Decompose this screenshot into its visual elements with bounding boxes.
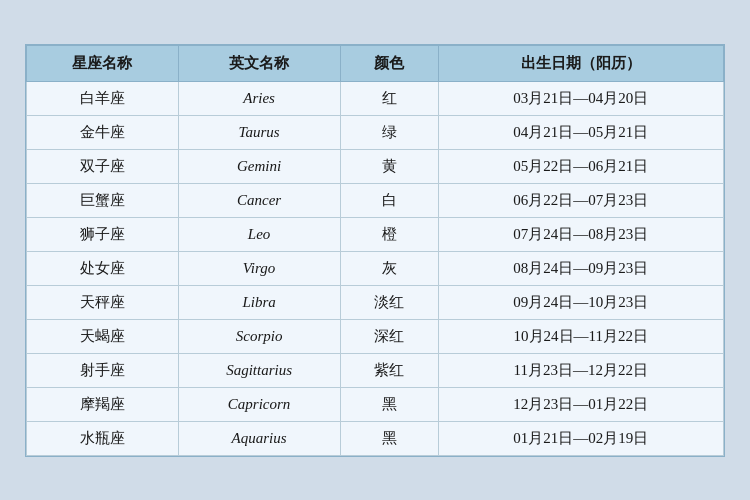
table-row: 金牛座Taurus绿04月21日—05月21日 (27, 115, 724, 149)
cell-chinese-name: 狮子座 (27, 217, 179, 251)
cell-dates: 01月21日—02月19日 (438, 421, 723, 455)
cell-english-name: Aquarius (178, 421, 340, 455)
cell-dates: 06月22日—07月23日 (438, 183, 723, 217)
table-row: 巨蟹座Cancer白06月22日—07月23日 (27, 183, 724, 217)
cell-dates: 05月22日—06月21日 (438, 149, 723, 183)
table-header-row: 星座名称 英文名称 颜色 出生日期（阳历） (27, 45, 724, 81)
cell-english-name: Scorpio (178, 319, 340, 353)
cell-chinese-name: 白羊座 (27, 81, 179, 115)
cell-color: 红 (340, 81, 438, 115)
cell-dates: 03月21日—04月20日 (438, 81, 723, 115)
header-dates: 出生日期（阳历） (438, 45, 723, 81)
cell-dates: 09月24日—10月23日 (438, 285, 723, 319)
cell-chinese-name: 天秤座 (27, 285, 179, 319)
table-body: 白羊座Aries红03月21日—04月20日金牛座Taurus绿04月21日—0… (27, 81, 724, 455)
cell-english-name: Capricorn (178, 387, 340, 421)
table-row: 射手座Sagittarius紫红11月23日—12月22日 (27, 353, 724, 387)
cell-color: 深红 (340, 319, 438, 353)
cell-chinese-name: 水瓶座 (27, 421, 179, 455)
header-color: 颜色 (340, 45, 438, 81)
cell-dates: 10月24日—11月22日 (438, 319, 723, 353)
cell-english-name: Cancer (178, 183, 340, 217)
cell-chinese-name: 金牛座 (27, 115, 179, 149)
cell-english-name: Taurus (178, 115, 340, 149)
zodiac-table-container: 星座名称 英文名称 颜色 出生日期（阳历） 白羊座Aries红03月21日—04… (25, 44, 725, 457)
cell-english-name: Gemini (178, 149, 340, 183)
table-row: 处女座Virgo灰08月24日—09月23日 (27, 251, 724, 285)
cell-color: 白 (340, 183, 438, 217)
cell-dates: 07月24日—08月23日 (438, 217, 723, 251)
header-chinese-name: 星座名称 (27, 45, 179, 81)
cell-chinese-name: 天蝎座 (27, 319, 179, 353)
cell-dates: 04月21日—05月21日 (438, 115, 723, 149)
cell-dates: 11月23日—12月22日 (438, 353, 723, 387)
table-row: 白羊座Aries红03月21日—04月20日 (27, 81, 724, 115)
cell-chinese-name: 处女座 (27, 251, 179, 285)
cell-color: 黑 (340, 421, 438, 455)
cell-english-name: Leo (178, 217, 340, 251)
table-row: 天蝎座Scorpio深红10月24日—11月22日 (27, 319, 724, 353)
table-row: 双子座Gemini黄05月22日—06月21日 (27, 149, 724, 183)
cell-english-name: Sagittarius (178, 353, 340, 387)
cell-color: 紫红 (340, 353, 438, 387)
table-row: 狮子座Leo橙07月24日—08月23日 (27, 217, 724, 251)
cell-english-name: Libra (178, 285, 340, 319)
cell-dates: 08月24日—09月23日 (438, 251, 723, 285)
cell-color: 黄 (340, 149, 438, 183)
table-row: 水瓶座Aquarius黑01月21日—02月19日 (27, 421, 724, 455)
cell-color: 绿 (340, 115, 438, 149)
cell-english-name: Aries (178, 81, 340, 115)
cell-chinese-name: 双子座 (27, 149, 179, 183)
cell-chinese-name: 摩羯座 (27, 387, 179, 421)
zodiac-table: 星座名称 英文名称 颜色 出生日期（阳历） 白羊座Aries红03月21日—04… (26, 45, 724, 456)
table-row: 天秤座Libra淡红09月24日—10月23日 (27, 285, 724, 319)
cell-color: 黑 (340, 387, 438, 421)
table-row: 摩羯座Capricorn黑12月23日—01月22日 (27, 387, 724, 421)
cell-dates: 12月23日—01月22日 (438, 387, 723, 421)
cell-color: 橙 (340, 217, 438, 251)
header-english-name: 英文名称 (178, 45, 340, 81)
cell-color: 灰 (340, 251, 438, 285)
cell-chinese-name: 巨蟹座 (27, 183, 179, 217)
cell-color: 淡红 (340, 285, 438, 319)
cell-english-name: Virgo (178, 251, 340, 285)
cell-chinese-name: 射手座 (27, 353, 179, 387)
